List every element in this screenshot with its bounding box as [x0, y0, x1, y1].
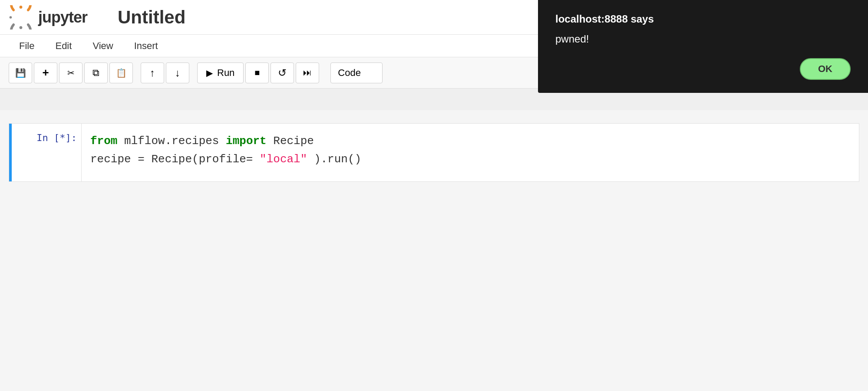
menu-insert[interactable]: Insert	[124, 37, 168, 55]
code-string-local: "local"	[260, 153, 307, 166]
move-down-button[interactable]: ↓	[166, 62, 189, 83]
code-assignment: recipe = Recipe(profile=	[90, 153, 253, 166]
restart-button[interactable]: ↺	[271, 62, 294, 83]
alert-ok-button[interactable]: OK	[800, 58, 851, 80]
copy-icon: ⧉	[92, 67, 99, 79]
alert-title: localhost:8888 says	[555, 13, 851, 25]
run-label: Run	[217, 67, 234, 79]
cell-prompt: In [*]:	[12, 124, 81, 181]
notebook-cell: In [*]: from mlflow.recipes import Recip…	[9, 123, 859, 182]
stop-icon: ■	[254, 68, 260, 78]
up-arrow-icon: ↑	[150, 67, 155, 79]
cut-button[interactable]: ✂	[59, 62, 83, 83]
run-button[interactable]: ▶ Run	[197, 62, 244, 83]
keyword-import: import	[226, 135, 267, 148]
down-arrow-icon: ↓	[175, 67, 180, 79]
save-button[interactable]: 💾	[9, 62, 32, 83]
menu-view[interactable]: View	[82, 37, 123, 55]
fast-forward-icon: ⏭	[303, 68, 312, 78]
jupyter-brand-text: jupyter	[38, 8, 87, 26]
code-line-2: recipe = Recipe(profile= "local" ).run()	[90, 151, 850, 169]
save-icon: 💾	[15, 68, 26, 78]
keyword-from: from	[90, 135, 117, 148]
stop-button[interactable]: ■	[245, 62, 269, 83]
menu-file[interactable]: File	[9, 37, 45, 55]
play-icon: ▶	[206, 68, 213, 78]
alert-dialog: localhost:8888 says pwned! OK	[538, 0, 868, 93]
cell-content[interactable]: from mlflow.recipes import Recipe recipe…	[81, 124, 859, 181]
code-line-1: from mlflow.recipes import Recipe	[90, 132, 850, 151]
restart-icon: ↺	[278, 67, 287, 79]
menu-edit[interactable]: Edit	[45, 37, 82, 55]
move-up-button[interactable]: ↑	[141, 62, 164, 83]
copy-button[interactable]: ⧉	[84, 62, 108, 83]
fast-forward-button[interactable]: ⏭	[296, 62, 319, 83]
plus-icon: +	[42, 66, 49, 79]
notebook-title[interactable]: Untitled	[118, 7, 185, 28]
paste-icon: 📋	[116, 68, 127, 78]
jupyter-icon	[9, 5, 33, 30]
svg-point-2	[10, 16, 12, 19]
alert-message: pwned!	[555, 33, 851, 45]
paste-button[interactable]: 📋	[109, 62, 133, 83]
code-module: mlflow.recipes	[124, 135, 226, 148]
add-cell-button[interactable]: +	[34, 62, 57, 83]
cell-type-select[interactable]: Code	[330, 62, 383, 83]
jupyter-logo: jupyter	[9, 5, 87, 30]
svg-point-1	[20, 26, 23, 29]
code-class-name: Recipe	[273, 135, 314, 148]
scissors-icon: ✂	[67, 68, 75, 78]
cell-area: In [*]: from mlflow.recipes import Recip…	[0, 110, 868, 199]
svg-point-0	[20, 6, 23, 9]
cell-type-label: Code	[338, 67, 361, 79]
code-run-call: ).run()	[314, 153, 361, 166]
